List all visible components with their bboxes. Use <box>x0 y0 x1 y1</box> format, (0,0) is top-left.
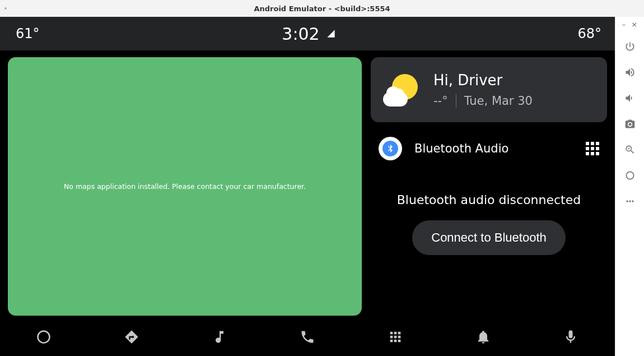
zoom-button[interactable] <box>621 141 639 159</box>
power-button[interactable] <box>621 38 639 56</box>
connect-bluetooth-button[interactable]: Connect to Bluetooth <box>412 220 565 255</box>
bluetooth-card: Bluetooth Audio Bluetooth audio disconne… <box>371 130 607 316</box>
right-column: Hi, Driver --° Tue, Mar 30 <box>371 57 607 316</box>
svg-point-2 <box>626 200 628 202</box>
body-row: 61° 3:02 68° No maps application install… <box>0 17 644 356</box>
titlebar[interactable]: Android Emulator - <build>:5554 <box>0 0 644 17</box>
emulator-screen: 61° 3:02 68° No maps application install… <box>0 17 615 356</box>
nav-apps[interactable] <box>384 326 407 348</box>
titlebar-menu-dot[interactable] <box>4 7 7 10</box>
window-close-button[interactable]: × <box>631 20 637 29</box>
nav-notifications[interactable] <box>472 326 494 348</box>
nav-phone[interactable] <box>296 326 319 348</box>
nav-directions[interactable] <box>120 326 143 348</box>
bluetooth-icon <box>379 137 402 160</box>
window-title: Android Emulator - <build>:5554 <box>254 4 390 13</box>
nav-voice[interactable] <box>559 326 582 348</box>
volume-up-button[interactable] <box>621 63 639 81</box>
greeting-subtext: --° Tue, Mar 30 <box>433 94 533 108</box>
volume-down-button[interactable] <box>621 89 639 107</box>
maps-card[interactable]: No maps application installed. Please co… <box>8 57 362 316</box>
hvac-left-temp[interactable]: 61° <box>16 26 40 41</box>
app-switcher-icon[interactable] <box>586 142 599 155</box>
svg-point-3 <box>629 200 631 202</box>
greeting-date: Tue, Mar 30 <box>464 94 533 108</box>
separator <box>456 94 456 108</box>
nav-music[interactable] <box>208 326 231 348</box>
driver-greeting-card[interactable]: Hi, Driver --° Tue, Mar 30 <box>371 57 607 122</box>
maps-message: No maps application installed. Please co… <box>64 182 306 191</box>
emulator-window: Android Emulator - <build>:5554 61° 3:02… <box>0 0 644 356</box>
bluetooth-header: Bluetooth Audio <box>376 135 601 160</box>
clock: 3:02 <box>282 24 319 44</box>
bluetooth-title: Bluetooth Audio <box>414 142 508 155</box>
content-area: No maps application installed. Please co… <box>0 50 615 318</box>
svg-point-4 <box>632 200 633 202</box>
status-bar: 61° 3:02 68° <box>0 17 615 50</box>
hvac-right-temp[interactable]: 68° <box>577 26 601 41</box>
bottom-nav <box>0 318 615 356</box>
driver-text: Hi, Driver --° Tue, Mar 30 <box>433 72 533 108</box>
screenshot-button[interactable] <box>621 115 639 133</box>
back-button[interactable] <box>621 167 639 184</box>
svg-point-0 <box>38 331 50 343</box>
nav-home[interactable] <box>32 326 55 348</box>
weather-icon <box>386 74 418 105</box>
bluetooth-header-left: Bluetooth Audio <box>379 137 508 160</box>
more-options-button[interactable] <box>621 192 639 210</box>
bluetooth-status-message: Bluetooth audio disconnected <box>376 160 601 220</box>
status-center: 3:02 <box>282 24 335 44</box>
window-minimize-button[interactable]: – <box>622 20 626 29</box>
emulator-toolbar: – × <box>615 17 644 356</box>
greeting-temp: --° <box>433 94 448 108</box>
signal-icon <box>326 29 335 38</box>
svg-point-1 <box>626 172 633 179</box>
greeting-text: Hi, Driver <box>433 72 533 89</box>
